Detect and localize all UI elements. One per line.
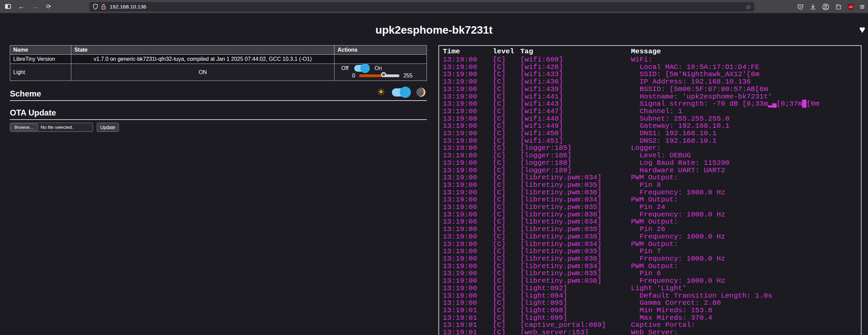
log-row: 13:19:00[C][libretiny.pwm:036] Frequency… [443, 255, 861, 263]
log-time: 13:19:00 [443, 115, 493, 123]
log-row: 13:19:00[C][wifi:441] Hostname: 'upk2esp… [443, 93, 861, 101]
log-message: Captive Portal: [631, 321, 861, 329]
log-time: 13:19:01 [443, 329, 493, 335]
insecure-lock-icon[interactable] [101, 4, 107, 10]
log-tag: [light:095] [520, 299, 631, 307]
log-tag: [libretiny.pwm:036] [520, 277, 631, 285]
log-message: PWM Output: [631, 196, 861, 204]
url-text[interactable]: 192.168.10.136 [110, 4, 146, 10]
log-level: [C] [493, 277, 520, 285]
log-time: 13:19:00 [443, 130, 493, 137]
log-level: [C] [493, 211, 520, 218]
log-message: Frequency: 1000.0 Hz [631, 277, 861, 285]
brightness-slider[interactable] [359, 74, 399, 77]
log-message: Pin 7 [631, 248, 861, 255]
col-header-actions: Actions [334, 46, 427, 55]
log-message: Subnet: 255.255.255.0 [631, 115, 861, 123]
light-state: ON [71, 64, 334, 81]
log-tag: [logger:189] [520, 167, 631, 174]
log-tag: [libretiny.pwm:036] [520, 233, 631, 241]
sidebar-toggle-button[interactable] [2, 1, 14, 12]
log-level: [C] [493, 307, 520, 314]
reload-button[interactable]: ⟳ [43, 1, 54, 12]
log-message: Frequency: 1000.0 Hz [631, 189, 861, 196]
slider-max-label: 255 [403, 73, 413, 79]
log-message: Web Server: [631, 329, 861, 335]
log-tag: [wifi:436] [520, 78, 631, 86]
log-message: SSID: [5m'Nighthawk_AX12'[6m [631, 71, 861, 78]
log-tag: [light:099] [520, 314, 631, 322]
scheme-section: Scheme ☀ [10, 89, 427, 101]
log-tag: [wifi:428] [520, 64, 631, 71]
log-level: [C] [493, 189, 520, 196]
hamburger-icon: ≡ [860, 2, 865, 11]
light-toggle-switch[interactable] [354, 65, 368, 72]
heart-icon: ♥ [859, 24, 865, 35]
log-tag: [libretiny.pwm:035] [520, 270, 631, 277]
log-row: 13:19:00[C][wifi:447] Channel: 1 [443, 108, 861, 115]
bookmark-star-icon[interactable]: ☆ [746, 3, 751, 11]
log-time: 13:19:00 [443, 159, 493, 167]
log-message: Frequency: 1000.0 Hz [631, 211, 861, 218]
log-time: 13:19:00 [443, 226, 493, 233]
menu-button[interactable]: ≡ [860, 3, 865, 10]
log-level: [C] [493, 255, 520, 263]
shield-icon[interactable] [93, 4, 98, 10]
log-level: [C] [493, 196, 520, 204]
back-button[interactable]: ← [16, 1, 27, 12]
file-status-text: No file selected. [41, 125, 73, 130]
log-row: 13:19:00[C][libretiny.pwm:035] Pin 8 [443, 181, 861, 189]
table-row: LibreTiny Version v1.7.0 on generic-bk72… [10, 55, 427, 64]
scheme-toggle-switch[interactable] [392, 88, 410, 96]
log-panel[interactable]: Time level Tag Message 13:19:00[C][wifi:… [438, 45, 862, 335]
log-time: 13:19:01 [443, 314, 493, 322]
ublock-origin-icon[interactable]: uO [848, 4, 854, 10]
log-message: Hardware UART: UART2 [631, 167, 861, 174]
log-message: Frequency: 1000.0 Hz [631, 233, 861, 241]
log-time: 13:19:00 [443, 167, 493, 174]
entity-table: Name State Actions LibreTiny Version v1.… [10, 45, 427, 81]
log-tag: [wifi:448] [520, 115, 631, 123]
toggle-knob-icon [360, 64, 370, 73]
log-row: 13:19:00[C][wifi:428] Local MAC: 10:5A:1… [443, 64, 861, 71]
toggle-knob-icon [400, 87, 411, 98]
log-row: 13:19:00[C][wifi:449] Gateway: 192.168.1… [443, 122, 861, 130]
log-level: [C] [493, 218, 520, 226]
log-rows: 13:19:00[C][wifi:600]WiFi:13:19:00[C][wi… [443, 56, 861, 335]
log-message: DNS2: 192.168.10.1 [631, 137, 861, 145]
log-row: 13:19:00[C][libretiny.pwm:034]PWM Output… [443, 174, 861, 181]
url-bar[interactable]: 192.168.10.136 ☆ [89, 2, 754, 12]
account-icon[interactable] [822, 3, 829, 11]
ota-divider [10, 119, 427, 120]
log-time: 13:19:00 [443, 122, 493, 130]
log-time: 13:19:00 [443, 93, 493, 101]
log-level: [C] [493, 263, 520, 270]
log-level: [C] [493, 159, 520, 167]
log-level: [C] [493, 299, 520, 307]
pocket-icon[interactable] [797, 3, 804, 10]
download-icon[interactable] [810, 3, 816, 10]
light-off-label: Off [341, 65, 348, 71]
log-tag: [wifi:451] [520, 137, 631, 145]
slider-fill [359, 74, 384, 77]
browse-button[interactable]: Browse… [11, 124, 38, 131]
log-time: 13:19:00 [443, 270, 493, 277]
ublock-label: uO [849, 5, 853, 8]
log-message: Channel: 1 [631, 108, 861, 115]
file-input[interactable]: Browse… No file selected. [10, 123, 93, 132]
log-time: 13:19:00 [443, 263, 493, 270]
log-tag: [web_server:153] [520, 329, 631, 335]
log-row: 13:19:00[C][libretiny.pwm:034]PWM Output… [443, 196, 861, 204]
log-row: 13:19:00[C][libretiny.pwm:036] Frequency… [443, 189, 861, 196]
col-header-state: State [71, 46, 334, 55]
extensions-puzzle-icon[interactable] [835, 3, 842, 10]
log-row: 13:19:01[C][light:098] Min Mireds: 153.8 [443, 307, 861, 314]
log-row: 13:19:00[C][wifi:433] SSID: [5m'Nighthaw… [443, 71, 861, 78]
update-button[interactable]: Update [97, 123, 119, 132]
log-level: [C] [493, 93, 520, 101]
sidebar-icon [5, 4, 11, 9]
log-level: [C] [493, 86, 520, 93]
sun-icon: ☀ [377, 88, 385, 97]
log-time: 13:19:00 [443, 181, 493, 189]
light-name: Light [10, 64, 71, 81]
